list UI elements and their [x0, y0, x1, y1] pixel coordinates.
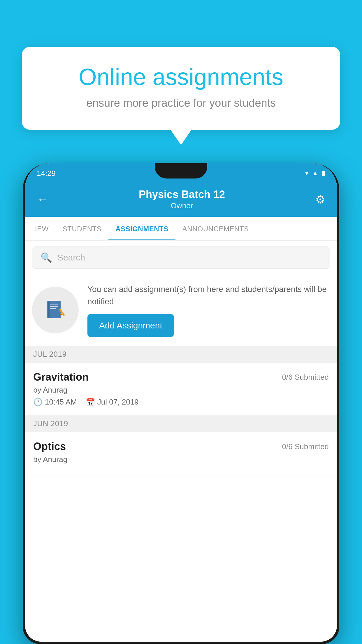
header-subtitle: Owner: [48, 201, 315, 210]
tab-announcements[interactable]: ANNOUNCEMENTS: [175, 217, 256, 240]
settings-icon[interactable]: ⚙: [315, 193, 325, 206]
add-assignment-button[interactable]: Add Assignment: [87, 314, 174, 337]
optics-row1: Optics 0/6 Submitted: [33, 440, 329, 453]
header-title: Physics Batch 12: [48, 188, 315, 201]
assignment-meta-gravitation: 🕐 10:45 AM 📅 Jul 07, 2019: [33, 398, 329, 407]
status-time: 14:29: [37, 169, 56, 178]
notebook-icon: [44, 298, 67, 322]
search-container: 🔍 Search: [25, 241, 337, 274]
header-center: Physics Batch 12 Owner: [48, 188, 315, 210]
assignment-name-gravitation: Gravitation: [33, 371, 89, 383]
status-icons: ▾ ▲ ▮: [305, 169, 325, 177]
assignment-item-gravitation[interactable]: Gravitation 0/6 Submitted by Anurag 🕐 10…: [25, 363, 337, 415]
assignment-promo: You can add assignment(s) from here and …: [25, 274, 337, 346]
wifi-icon: ▾: [305, 169, 308, 177]
notch: [155, 163, 207, 178]
assignment-time: 10:45 AM: [45, 398, 77, 407]
phone-screen: 14:29 ▾ ▲ ▮ ← Physics Batch 12 Owner ⚙ I…: [25, 163, 337, 642]
section-jul-2019: JUL 2019: [25, 346, 337, 363]
search-icon: 🔍: [41, 252, 52, 263]
assignment-submitted-optics: 0/6 Submitted: [282, 442, 329, 451]
search-bar[interactable]: 🔍 Search: [32, 246, 330, 269]
assignment-time-item: 🕐 10:45 AM: [33, 398, 77, 407]
calendar-icon: 📅: [86, 398, 95, 407]
tab-assignments[interactable]: ASSIGNMENTS: [108, 217, 175, 240]
search-input[interactable]: Search: [57, 253, 85, 262]
tab-bar: IEW STUDENTS ASSIGNMENTS ANNOUNCEMENTS: [25, 217, 337, 241]
bubble-subtitle: ensure more practice for your students: [42, 97, 320, 109]
back-button[interactable]: ←: [37, 193, 48, 206]
assignment-by-gravitation: by Anurag: [33, 386, 329, 395]
svg-rect-4: [50, 308, 56, 309]
app-header: ← Physics Batch 12 Owner ⚙: [25, 183, 337, 217]
battery-icon: ▮: [322, 169, 325, 177]
signal-icon: ▲: [312, 169, 318, 177]
assignment-date: Jul 07, 2019: [97, 398, 139, 407]
assignment-date-item: 📅 Jul 07, 2019: [86, 398, 139, 407]
bubble-title: Online assignments: [42, 64, 320, 90]
assignment-name-optics: Optics: [33, 440, 66, 453]
clock-icon: 🕐: [33, 398, 43, 407]
svg-rect-1: [48, 301, 50, 318]
phone-frame: 14:29 ▾ ▲ ▮ ← Physics Batch 12 Owner ⚙ I…: [23, 163, 339, 644]
section-jun-2019: JUN 2019: [25, 415, 337, 432]
assignment-row1: Gravitation 0/6 Submitted: [33, 371, 329, 383]
speech-bubble: Online assignments ensure more practice …: [22, 47, 340, 130]
assignment-by-optics: by Anurag: [33, 455, 329, 464]
assignment-submitted-gravitation: 0/6 Submitted: [282, 373, 329, 382]
tab-students[interactable]: STUDENTS: [56, 217, 108, 240]
promo-description: You can add assignment(s) from here and …: [87, 283, 330, 308]
status-bar: 14:29 ▾ ▲ ▮: [25, 163, 337, 183]
tab-iew[interactable]: IEW: [28, 217, 56, 240]
svg-rect-2: [50, 304, 58, 304]
promo-text-area: You can add assignment(s) from here and …: [87, 283, 330, 337]
assignment-item-optics[interactable]: Optics 0/6 Submitted by Anurag: [25, 432, 337, 475]
svg-rect-3: [50, 306, 58, 307]
promo-icon-circle: [32, 287, 79, 333]
